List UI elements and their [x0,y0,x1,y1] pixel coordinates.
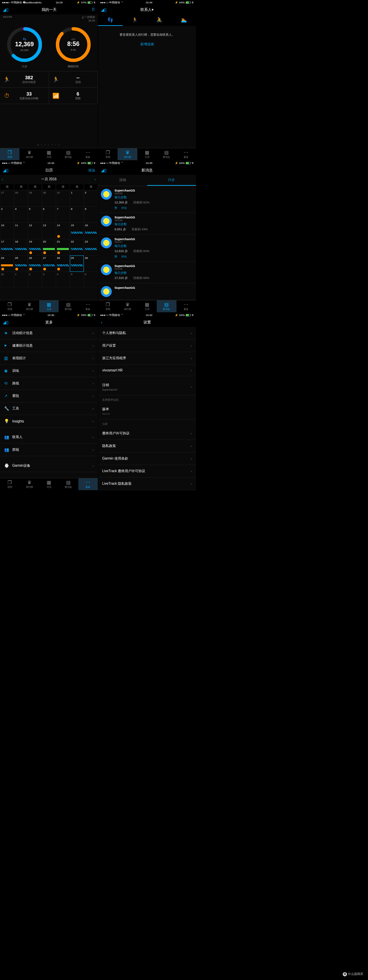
day-cell[interactable]: 24 [0,255,14,272]
back-icon[interactable]: ‹ [101,320,108,325]
comment-button[interactable]: 评论 [121,207,127,210]
day-cell[interactable]: 13 [42,223,56,239]
day-cell[interactable]: 29 [28,190,42,207]
logout-item[interactable]: 注销SuperchaoGG› [98,379,196,395]
tab-leaderboard[interactable]: ♛排行榜 [19,148,39,160]
day-cell[interactable]: 3 [42,272,56,288]
day-cell[interactable]: 5 [28,207,42,223]
feed-post[interactable]: SuperchaoGG16/1/26每日步数17,315 步目标的 69% [98,262,196,283]
day-cell[interactable]: 9 [84,207,98,223]
list-item[interactable]: 用户设置› [98,339,196,352]
comment-button[interactable]: 评论 [121,255,127,258]
day-cell[interactable]: 27 [42,255,56,272]
day-cell[interactable]: 2 [28,272,42,288]
day-cell[interactable]: 29 [70,255,84,272]
tab-snapshot[interactable]: ❐快照 [0,148,19,160]
inbox-icon[interactable]: ◢▯ [101,7,108,12]
day-cell[interactable]: 27 [0,190,14,207]
tab-run[interactable]: 🏃 [123,14,147,26]
tab-calendar[interactable]: ▦日历 [39,148,59,160]
list-item[interactable]: vivosmart HR› [98,365,196,376]
day-cell[interactable]: 14 [56,223,70,239]
day-cell[interactable]: 25 [14,255,28,272]
list-item[interactable]: LiveTrack 隐私政策› [98,477,196,490]
stat-calories[interactable]: 🏃382活动卡路里 [0,72,49,88]
day-cell[interactable]: 6 [84,272,98,288]
day-cell[interactable]: 28 [56,255,70,272]
list-item[interactable]: ▥表现统计› [0,352,98,365]
feed-post[interactable]: SuperchaoGG [98,283,196,300]
tab-steps[interactable]: 计步 [147,175,196,186]
list-item[interactable]: ★活动统计信息› [0,327,98,339]
day-cell[interactable]: 11 [14,223,28,239]
day-cell[interactable]: 5 [70,272,84,288]
list-item[interactable]: ◉训练› [0,365,98,377]
day-cell[interactable]: 12 [28,223,42,239]
page-title[interactable]: 联系人▾ [141,7,154,12]
day-cell[interactable]: 19 [28,239,42,255]
day-cell[interactable]: 28 [14,190,28,207]
feed-post[interactable]: SuperchaoGG16/1/27每日步数12,816 步目标的 64%赞评论 [98,235,196,262]
list-item[interactable]: ↗赛段› [0,390,98,402]
inbox-icon[interactable]: ◢▯ [3,320,10,325]
list-item[interactable]: 第三方应用程序› [98,352,196,365]
day-cell[interactable]: 16 [84,223,98,239]
day-cell[interactable]: 8 [70,207,84,223]
day-cell[interactable]: 30 [42,190,56,207]
inbox-icon[interactable]: ◢▯ [3,168,10,173]
tab-news[interactable]: ▤新消息 [59,148,78,160]
list-item[interactable]: ⟲路线› [0,377,98,390]
tab-more[interactable]: ⋯更多 [78,148,98,160]
tab-activities[interactable]: 活动 [98,175,147,186]
day-cell[interactable]: 18 [14,239,28,255]
add-link[interactable]: 新增连接 [102,42,192,46]
day-cell[interactable]: 26 [28,255,42,272]
list-item[interactable]: 个人资料与隐私› [98,327,196,339]
stat-activity[interactable]: 🏃--活动 [49,72,98,88]
tab-swim[interactable]: 🏊 [171,14,196,26]
filter-button[interactable]: 筛选 [88,168,95,173]
day-cell[interactable]: 10 [0,223,14,239]
prev-month[interactable]: ‹ [2,178,3,181]
feed-post[interactable]: SuperchaoGG16/1/28每日步数8,651 步目标的 43% [98,213,196,235]
day-cell[interactable]: 17 [0,239,14,255]
like-button[interactable]: 赞 [115,207,117,210]
list-item[interactable]: 👥群组› [0,444,98,456]
like-button[interactable]: 赞 [115,255,117,258]
sleep-ring[interactable]: zZz8:568:00 [54,26,92,63]
list-item[interactable]: ⌚Garmin设备› [0,460,98,472]
list-item[interactable]: LiveTrack 最终用户许可协议› [98,465,196,477]
day-cell[interactable]: 3 [0,207,14,223]
steps-ring[interactable]: 👣12,36920,000 [6,26,43,63]
list-item[interactable]: 最终用户许可协议› [98,427,196,440]
day-cell[interactable]: 15 [70,223,84,239]
day-cell[interactable]: 4 [14,207,28,223]
day-cell[interactable]: 2 [84,190,98,207]
day-cell[interactable]: 22 [70,239,84,255]
next-month[interactable]: › [95,178,96,181]
day-cell[interactable]: 30 [84,255,98,272]
day-cell[interactable]: 6 [42,207,56,223]
list-item[interactable]: 💡Insights› [0,415,98,428]
day-cell[interactable]: 1 [14,272,28,288]
list-item[interactable]: ♥健康统计信息› [0,339,98,352]
day-cell[interactable]: 20 [42,239,56,255]
day-cell[interactable]: 7 [56,207,70,223]
stat-floors[interactable]: 📶6层数 [49,88,98,104]
tab-walk[interactable]: 👣 [98,14,123,26]
tab-bike[interactable]: 🚴 [147,14,172,26]
list-item[interactable]: Garmin 使用条款› [98,452,196,465]
day-cell[interactable]: 31 [56,190,70,207]
grid-icon[interactable]: ⠿ [88,7,95,12]
stat-intensity[interactable]: ⏱33强度训练分钟数 [0,88,49,104]
day-cell[interactable]: 23 [84,239,98,255]
list-item[interactable]: 隐私政策› [98,440,196,452]
inbox-icon[interactable]: ◢▯ [3,7,10,12]
list-item[interactable]: 👥联系人› [0,431,98,444]
feed-post[interactable]: SuperchaoGG16/1/29每日步数12,369 步目标的 61%赞评论 [98,186,196,213]
day-cell[interactable]: 21 [56,239,70,255]
day-cell[interactable]: 4 [56,272,70,288]
day-cell[interactable]: 31 [0,272,14,288]
inbox-icon[interactable]: ◢▯ [101,168,108,173]
day-cell[interactable]: 1 [70,190,84,207]
